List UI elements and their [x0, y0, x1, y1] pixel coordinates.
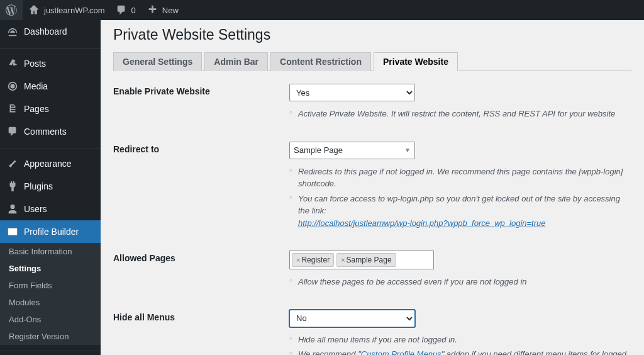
menu-separator — [0, 46, 101, 49]
sidebar-item-plugins[interactable]: Plugins — [0, 175, 101, 198]
tab-private-website[interactable]: Private Website — [374, 52, 458, 71]
enable-private-desc: Activate Private Website. It will restri… — [289, 108, 631, 120]
sidebar-item-media[interactable]: Media — [0, 75, 101, 98]
pages-icon — [6, 103, 19, 115]
sidebar-item-pages[interactable]: Pages — [0, 98, 101, 120]
remove-tag-icon[interactable]: × — [296, 256, 300, 264]
sidebar-item-posts[interactable]: Posts — [0, 52, 101, 75]
sidebar-item-profile-builder[interactable]: Profile Builder — [0, 220, 101, 243]
wordpress-icon — [5, 4, 18, 16]
submenu-modules[interactable]: Modules — [0, 294, 101, 311]
new-label: New — [162, 6, 179, 15]
menu-label: Appearance — [24, 159, 72, 169]
menu-label: Posts — [24, 59, 46, 69]
allowed-tag[interactable]: ×Sample Page — [336, 253, 396, 267]
tab-content-restriction[interactable]: Content Restriction — [270, 52, 371, 71]
redirect-select[interactable]: Sample Page ▼ — [289, 142, 415, 159]
allowed-pages-desc: Allow these pages to be accessed even if… — [289, 276, 631, 288]
redirect-label: Redirect to — [113, 142, 289, 154]
allowed-pages-input[interactable]: ×Register ×Sample Page — [289, 251, 434, 269]
redirect-desc-2: You can force access to wp-login.php so … — [289, 193, 631, 230]
menu-label: Dashboard — [24, 26, 67, 37]
id-card-icon — [6, 225, 19, 238]
nav-tabs: General Settings Admin Bar Content Restr… — [113, 52, 631, 71]
new-content[interactable]: New — [141, 0, 184, 20]
hide-menus-desc-1: Hide all menu items if you are not logge… — [289, 334, 631, 346]
tab-general-settings[interactable]: General Settings — [113, 52, 202, 71]
row-allowed-pages: Allowed Pages ×Register ×Sample Page All… — [113, 251, 631, 291]
submenu-addons[interactable]: Add-Ons — [0, 311, 101, 328]
home-icon — [28, 4, 40, 16]
submenu-basic-info[interactable]: Basic Information — [0, 243, 101, 260]
enable-private-select[interactable]: Yes — [289, 84, 415, 101]
page-title: Private Website Settings — [113, 26, 631, 43]
submenu-form-fields[interactable]: Form Fields — [0, 277, 101, 294]
site-name-text: justlearnWP.com — [44, 6, 105, 15]
redirect-force-login-link[interactable]: http://localhost/justlearnwp/wp-login.ph… — [298, 218, 546, 228]
svg-rect-1 — [8, 228, 17, 235]
tag-text: Sample Page — [347, 256, 392, 264]
redirect-value: Sample Page — [294, 145, 343, 155]
hide-desc-2a: We recommend " — [298, 349, 361, 355]
hide-menus-label: Hide all Menus — [113, 310, 289, 322]
main-content: Private Website Settings General Setting… — [101, 20, 644, 355]
allowed-tag[interactable]: ×Register — [292, 253, 334, 267]
svg-point-0 — [10, 84, 14, 88]
row-hide-menus: Hide all Menus No Hide all menu items if… — [113, 310, 631, 356]
sidebar-item-comments[interactable]: Comments — [0, 120, 101, 143]
site-name[interactable]: justlearnWP.com — [23, 0, 110, 20]
hide-menus-desc-2: We recommend "Custom Profile Menus" addo… — [289, 348, 631, 355]
sidebar-item-dashboard[interactable]: Dashboard — [0, 20, 101, 43]
redirect-desc-1: Redirects to this page if not logged in.… — [289, 166, 631, 190]
menu-label: Media — [24, 81, 48, 91]
allowed-pages-label: Allowed Pages — [113, 251, 289, 263]
submenu-register-version[interactable]: Register Version — [0, 328, 101, 345]
tag-text: Register — [301, 256, 330, 264]
admin-sidebar: Dashboard Posts Media Pages Comments App… — [0, 20, 101, 355]
dashboard-icon — [6, 25, 19, 38]
submenu-settings[interactable]: Settings — [0, 260, 101, 277]
row-enable-private: Enable Private Website Yes Activate Priv… — [113, 84, 631, 123]
pin-icon — [6, 57, 19, 70]
media-icon — [6, 80, 19, 93]
redirect-desc-2-text: You can force access to wp-login.php so … — [298, 194, 620, 216]
comments-link[interactable]: 0 — [110, 0, 141, 20]
remove-tag-icon[interactable]: × — [341, 256, 345, 264]
menu-label: Profile Builder — [24, 227, 79, 237]
user-icon — [6, 203, 19, 215]
tab-admin-bar[interactable]: Admin Bar — [204, 52, 268, 71]
custom-profile-menus-link[interactable]: Custom Profile Menus — [361, 349, 441, 355]
sidebar-item-appearance[interactable]: Appearance — [0, 152, 101, 175]
menu-label: Comments — [24, 127, 67, 137]
plus-icon — [146, 4, 158, 16]
submenu: Basic Information Settings Form Fields M… — [0, 243, 101, 345]
comment-icon — [6, 125, 19, 138]
menu-label: Users — [24, 204, 47, 214]
row-redirect-to: Redirect to Sample Page ▼ Redirects to t… — [113, 142, 631, 232]
comment-icon — [115, 4, 128, 16]
sidebar-item-users[interactable]: Users — [0, 198, 101, 220]
menu-label: Plugins — [24, 181, 53, 191]
menu-label: Pages — [24, 104, 49, 114]
menu-separator — [0, 146, 101, 149]
chevron-down-icon: ▼ — [404, 147, 411, 154]
menu-separator — [0, 348, 101, 351]
admin-bar: justlearnWP.com 0 New — [0, 0, 644, 20]
wp-logo[interactable] — [0, 0, 23, 20]
comments-count: 0 — [131, 6, 136, 15]
brush-icon — [6, 157, 19, 170]
plug-icon — [6, 180, 19, 193]
enable-private-label: Enable Private Website — [113, 84, 289, 96]
hide-menus-select[interactable]: No — [289, 310, 415, 327]
